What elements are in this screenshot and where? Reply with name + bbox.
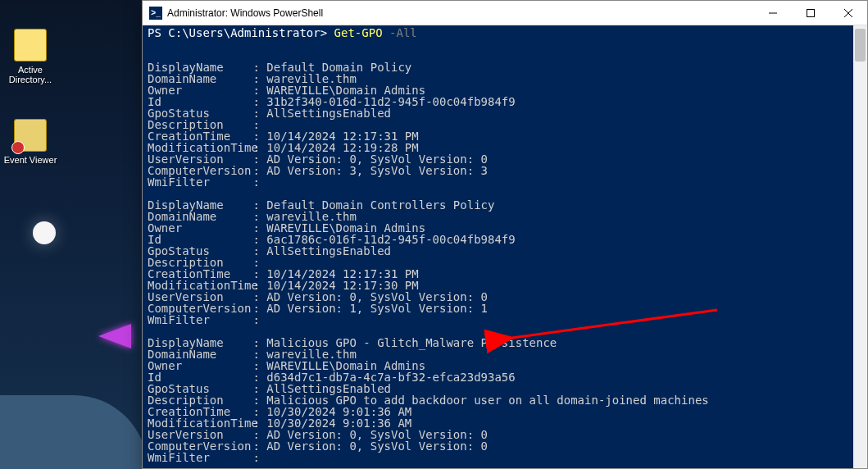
- desktop-icon-event-viewer[interactable]: Event Viewer: [0, 119, 61, 165]
- output-line: GpoStatus : AllSettingsEnabled: [148, 383, 848, 394]
- output-line: UserVersion : AD Version: 0, SysVol Vers…: [148, 153, 848, 165]
- output-line: Id : d634d7c1-db7a-4c7a-bf32-efca23d93a5…: [148, 371, 848, 383]
- desktop-icon-label: Active Directory...: [0, 65, 61, 84]
- field-value: AD Version: 0, SysVol Version: 0: [266, 439, 488, 453]
- colon: :: [246, 451, 266, 464]
- field-label: Owner: [148, 222, 246, 234]
- output-line: DomainName : wareville.thm: [148, 211, 848, 222]
- field-label: GpoStatus: [148, 107, 246, 119]
- desktop-icon-active-directory[interactable]: Active Directory...: [0, 29, 61, 84]
- field-value: AD Version: 3, SysVol Version: 3: [266, 164, 488, 177]
- output-line: UserVersion : AD Version: 0, SysVol Vers…: [148, 291, 848, 303]
- output-line: [148, 50, 848, 61]
- field-label: UserVersion: [148, 429, 246, 440]
- output-line: ModificationTime : 10/14/2024 12:19:28 P…: [148, 142, 848, 153]
- output-line: DisplayName : Default Domain Policy: [148, 61, 848, 73]
- vertical-scrollbar[interactable]: [853, 25, 867, 468]
- output-line: DisplayName : Malicious GPO - Glitch_Mal…: [148, 337, 848, 348]
- output-line: WmiFilter :: [148, 176, 848, 188]
- field-label: UserVersion: [148, 153, 246, 165]
- field-label: GpoStatus: [148, 383, 246, 394]
- colon: :: [246, 175, 266, 189]
- field-value: AllSettingsEnabled: [266, 107, 391, 120]
- field-label: Id: [148, 371, 246, 383]
- field-label: UserVersion: [148, 291, 246, 303]
- command-flag: -All: [383, 26, 417, 39]
- desktop-icon-label: Event Viewer: [0, 155, 61, 165]
- output-line: Id : 31b2f340-016d-11d2-945f-00c04fb984f…: [148, 96, 848, 107]
- output-line: CreationTime : 10/30/2024 9:01:36 AM: [148, 406, 848, 417]
- output-line: Owner : WAREVILLE\Domain Admins: [148, 84, 848, 96]
- output-line: [148, 188, 848, 199]
- field-label: CreationTime: [148, 268, 246, 280]
- command-text: Get-GPO: [334, 26, 383, 39]
- powershell-icon: >_: [149, 7, 162, 20]
- scrollbar-thumb[interactable]: [855, 29, 866, 61]
- output-line: DomainName : wareville.thm: [148, 73, 848, 84]
- field-label: ComputerVersion: [148, 440, 246, 452]
- maximize-button[interactable]: [792, 1, 829, 25]
- output-line: CreationTime : 10/14/2024 12:17:31 PM: [148, 268, 848, 280]
- svg-rect-1: [807, 9, 815, 16]
- output-line: WmiFilter :: [148, 452, 848, 463]
- field-label: ModificationTime: [148, 417, 246, 429]
- field-label: CreationTime: [148, 406, 246, 417]
- powershell-window: >_ Administrator: Windows PowerShell PS …: [142, 0, 868, 469]
- window-title: Administrator: Windows PowerShell: [167, 7, 754, 19]
- field-label: CreationTime: [148, 130, 246, 142]
- output-line: Description :: [148, 119, 848, 130]
- output-line: Owner : WAREVILLE\Domain Admins: [148, 360, 848, 371]
- output-line: ComputerVersion : AD Version: 1, SysVol …: [148, 303, 848, 314]
- field-label: ComputerVersion: [148, 303, 246, 314]
- field-label: Owner: [148, 360, 246, 371]
- hill-decoration: [0, 395, 148, 469]
- folder-icon: [14, 29, 47, 61]
- field-label: DomainName: [148, 348, 246, 360]
- output-line: Id : 6ac1786c-016f-11d2-945f-00c04fb984f…: [148, 234, 848, 245]
- titlebar[interactable]: >_ Administrator: Windows PowerShell: [143, 1, 867, 25]
- field-label: DomainName: [148, 211, 246, 222]
- output-line: DomainName : wareville.thm: [148, 348, 848, 360]
- output-line: [148, 39, 848, 50]
- output-line: PS C:\Users\Administrator> Get-GPO -All: [148, 27, 848, 39]
- output-line: [148, 326, 848, 337]
- field-label: GpoStatus: [148, 245, 246, 257]
- output-line: GpoStatus : AllSettingsEnabled: [148, 107, 848, 119]
- field-label: ComputerVersion: [148, 165, 246, 176]
- field-label: DisplayName: [148, 199, 246, 211]
- field-label: DisplayName: [148, 61, 246, 73]
- terminal-output[interactable]: PS C:\Users\Administrator> Get-GPO -All …: [143, 25, 853, 468]
- output-line: Owner : WAREVILLE\Domain Admins: [148, 222, 848, 234]
- field-label: DomainName: [148, 73, 246, 84]
- output-line: WmiFilter :: [148, 314, 848, 326]
- field-label: DisplayName: [148, 337, 246, 348]
- output-line: ComputerVersion : AD Version: 3, SysVol …: [148, 165, 848, 176]
- field-label: WmiFilter: [148, 314, 246, 326]
- output-line: ModificationTime : 10/30/2024 9:01:36 AM: [148, 417, 848, 429]
- purple-pointer-decoration: [98, 324, 131, 348]
- field-label: WmiFilter: [148, 176, 246, 188]
- colon: :: [246, 313, 266, 326]
- output-line: DisplayName : Default Domain Controllers…: [148, 199, 848, 211]
- field-value: AllSettingsEnabled: [266, 244, 391, 257]
- field-label: WmiFilter: [148, 452, 246, 463]
- event-viewer-icon: [14, 119, 47, 152]
- minimize-button[interactable]: [754, 1, 792, 25]
- field-label: Owner: [148, 84, 246, 96]
- output-line: UserVersion : AD Version: 0, SysVol Vers…: [148, 429, 848, 440]
- output-line: Description : Malicious GPO to add backd…: [148, 394, 848, 406]
- output-line: CreationTime : 10/14/2024 12:17:31 PM: [148, 130, 848, 142]
- output-line: ComputerVersion : AD Version: 0, SysVol …: [148, 440, 848, 452]
- field-label: ModificationTime: [148, 142, 246, 153]
- alert-badge-icon: [11, 141, 25, 154]
- moon-decoration: [33, 221, 56, 244]
- field-label: Description: [148, 257, 246, 268]
- field-label: Id: [148, 96, 246, 107]
- output-line: GpoStatus : AllSettingsEnabled: [148, 245, 848, 257]
- output-line: Description :: [148, 257, 848, 268]
- field-label: ModificationTime: [148, 280, 246, 291]
- close-button[interactable]: [829, 1, 867, 25]
- prompt-path: PS C:\Users\Administrator>: [148, 26, 334, 39]
- field-label: Description: [148, 394, 246, 406]
- field-label: Description: [148, 119, 246, 130]
